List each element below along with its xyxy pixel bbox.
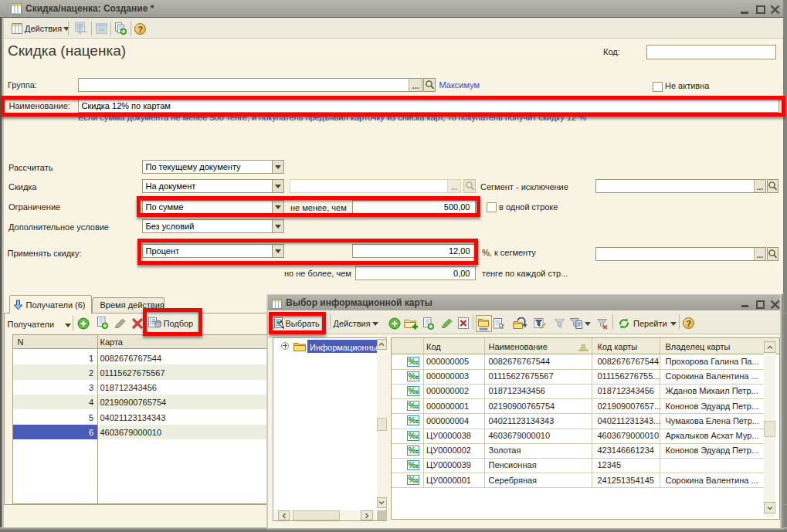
svg-text:%: % [409,357,416,366]
svg-text:%: % [409,446,416,455]
svg-text:%: % [409,475,416,484]
svg-text:%: % [409,431,416,440]
svg-text:%: % [409,401,416,410]
svg-text:%: % [409,386,416,395]
svg-text:%: % [409,371,416,381]
svg-text:%: % [409,460,416,469]
svg-text:%: % [409,415,416,425]
